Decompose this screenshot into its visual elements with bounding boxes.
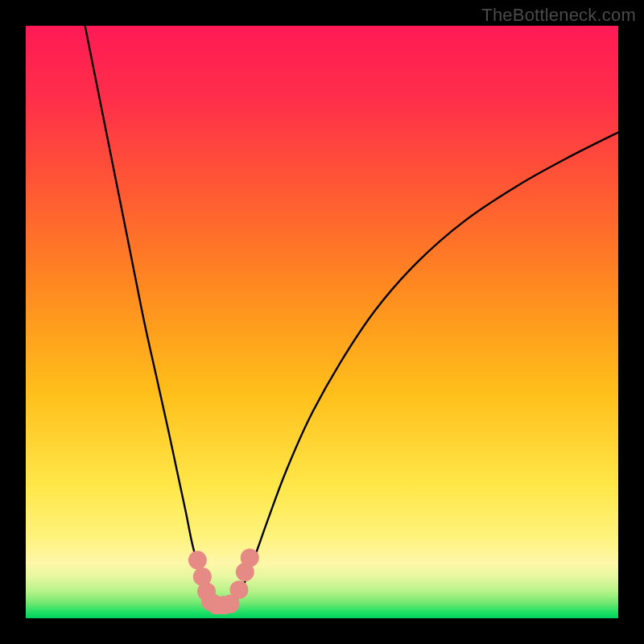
valley-marker xyxy=(188,551,207,569)
valley-markers xyxy=(188,548,259,614)
chart-frame: TheBottleneck.com xyxy=(0,0,644,644)
watermark-text: TheBottleneck.com xyxy=(481,5,636,26)
valley-marker xyxy=(241,548,259,567)
plot-area xyxy=(26,26,618,618)
curve-layer xyxy=(26,26,618,618)
bottleneck-curve xyxy=(85,26,618,607)
valley-marker xyxy=(229,580,248,599)
